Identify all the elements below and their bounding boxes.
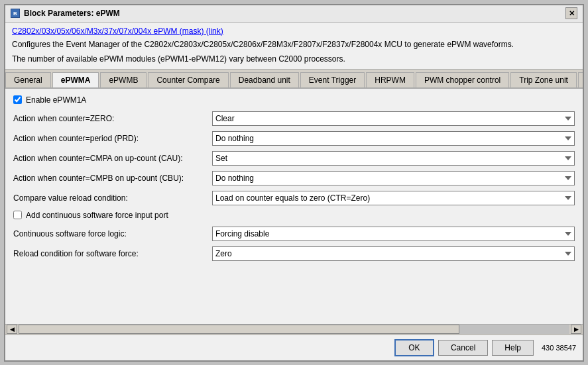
tab-epwmb[interactable]: ePWMB [100, 72, 147, 87]
select-sw-force-logic[interactable]: Forcing disable Force low Force high [212, 227, 575, 241]
enable-epwm1a-checkbox[interactable] [13, 95, 22, 104]
tab-pwm-chopper[interactable]: PWM chopper control [416, 72, 509, 87]
select-counter-period[interactable]: Clear Set Toggle Do nothing [212, 131, 575, 146]
footer: OK Cancel Help 430 38547 [5, 335, 583, 360]
label-reload-sw-force: Reload condition for software force: [13, 249, 212, 258]
close-button[interactable]: ✕ [565, 7, 577, 19]
software-force-checkbox-row: Add continuous software force input port [13, 211, 575, 220]
form-row-cmpb: Action when counter=CMPB on up-count (CB… [13, 170, 575, 187]
tab-deadband[interactable]: Deadband unit [230, 72, 299, 87]
info-area: C2802x/03x/05x/06x/M3x/37x/07x/004x ePWM… [5, 23, 583, 70]
ok-button[interactable]: OK [394, 339, 434, 356]
form-row-zero: Action when counter=ZERO: Clear Set Togg… [13, 110, 575, 127]
tab-epwma[interactable]: ePWMA [52, 72, 99, 89]
cancel-button[interactable]: Cancel [438, 340, 488, 356]
label-reload-condition: Compare value reload condition: [13, 193, 212, 203]
title-bar: B Block Parameters: ePWM ✕ [5, 5, 583, 23]
add-software-force-label: Add continuous software force input port [26, 211, 168, 220]
tabs-bar: General ePWMA ePWMB Counter Compare Dead… [5, 70, 583, 89]
label-counter-period: Action when counter=period (PRD): [13, 134, 212, 143]
scroll-left-button[interactable]: ◀ [7, 325, 17, 334]
help-button[interactable]: Help [492, 340, 534, 356]
form-row-sw-force-logic: Continuous software force logic: Forcing… [13, 225, 575, 242]
form-row-cmpa: Action when counter=CMPA on up-count (CA… [13, 150, 575, 167]
scroll-right-button[interactable]: ▶ [571, 325, 581, 334]
tab-trip-zone[interactable]: Trip Zone unit [510, 72, 577, 87]
label-counter-zero: Action when counter=ZERO: [13, 114, 212, 123]
select-counter-cmpa[interactable]: Clear Set Toggle Do nothing [212, 151, 575, 166]
title-bar-left: B Block Parameters: ePWM [11, 9, 120, 18]
description-line1: Configures the Event Manager of the C280… [12, 38, 576, 50]
select-counter-zero[interactable]: Clear Set Toggle Do nothing [212, 111, 575, 126]
scroll-track[interactable] [19, 325, 569, 334]
scroll-thumb [19, 325, 459, 334]
tab-hrpwm[interactable]: HRPWM [366, 72, 414, 87]
tabs-more-button[interactable]: ▶ [578, 72, 583, 87]
description-line2: The number of available ePWM modules (eP… [12, 53, 576, 65]
form-row-reload: Compare value reload condition: Load on … [13, 189, 575, 207]
label-sw-force-logic: Continuous software force logic: [13, 229, 212, 238]
enable-epwm1a-label: Enable ePWM1A [26, 95, 86, 105]
block-icon: B [11, 9, 20, 18]
label-counter-cmpa: Action when counter=CMPA on up-count (CA… [13, 154, 212, 163]
footer-code: 430 38547 [542, 344, 576, 352]
path-link[interactable]: C2802x/03x/05x/06x/M3x/37x/07x/004x ePWM… [12, 26, 223, 36]
select-reload-condition[interactable]: Load on counter equals to zero (CTR=Zero… [212, 191, 575, 205]
horizontal-scrollbar: ◀ ▶ [5, 324, 583, 335]
tab-counter-compare[interactable]: Counter Compare [148, 72, 228, 87]
dialog-title: Block Parameters: ePWM [24, 9, 120, 18]
dialog-block-parameters: B Block Parameters: ePWM ✕ C2802x/03x/05… [4, 4, 584, 362]
tab-event-trigger[interactable]: Event Trigger [300, 72, 365, 87]
enable-checkbox-row: Enable ePWM1A [13, 95, 575, 105]
select-reload-sw-force[interactable]: Zero Period Either Immediate [212, 246, 575, 261]
add-software-force-checkbox[interactable] [13, 211, 22, 219]
tab-general[interactable]: General [5, 72, 51, 87]
form-row-reload-sw: Reload condition for software force: Zer… [13, 245, 575, 262]
content-area: Enable ePWM1A Action when counter=ZERO: … [5, 89, 583, 324]
form-row-period: Action when counter=period (PRD): Clear … [13, 130, 575, 147]
select-counter-cmpb[interactable]: Clear Set Toggle Do nothing [212, 171, 575, 185]
label-counter-cmpb: Action when counter=CMPB on up-count (CB… [13, 174, 212, 183]
